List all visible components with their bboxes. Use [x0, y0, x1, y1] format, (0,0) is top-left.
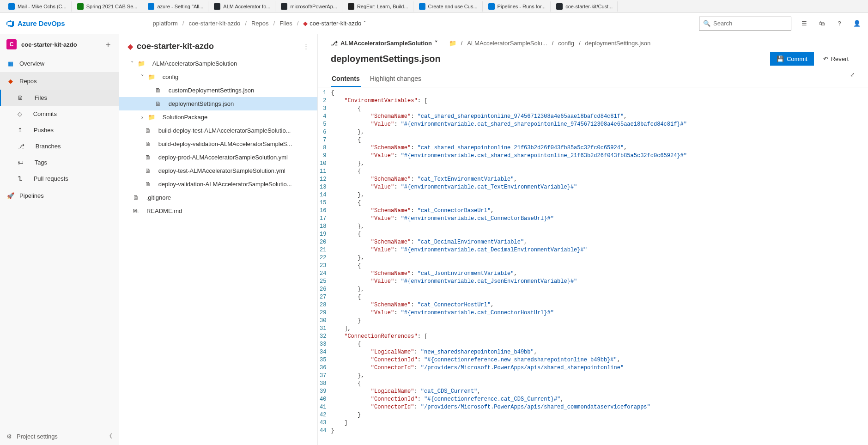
nav-pull-requests[interactable]: ⇅ Pull requests — [0, 171, 119, 187]
tree-file[interactable]: 🗎 build-deploy-test-ALMAcceleratorSample… — [119, 124, 317, 137]
top-bar: Azure DevOps pplatform/coe-starter-kit-a… — [0, 13, 868, 34]
browser-tabs-bar: Mail - Mike Ochs (C...Spring 2021 CAB Se… — [0, 0, 868, 13]
commit-button[interactable]: 💾 Commit — [770, 52, 814, 66]
breadcrumb-item[interactable]: Files — [279, 20, 292, 27]
branch-selector[interactable]: ⎇ ALMAcceleratorSampleSolution ˅ — [331, 40, 438, 47]
tab-contents[interactable]: Contents — [331, 71, 361, 87]
revert-button[interactable]: ↶ Revert — [817, 52, 855, 66]
app-name: Azure DevOps — [18, 19, 65, 27]
browser-tab[interactable]: Mail - Mike Ochs (C... — [4, 1, 72, 12]
file-icon: 🗎 — [145, 154, 151, 161]
files-icon: 🗎 — [18, 94, 24, 101]
nav-tags[interactable]: 🏷 Tags — [0, 154, 119, 171]
new-item-button[interactable]: ＋ — [104, 39, 112, 50]
favicon-icon — [556, 3, 563, 10]
favicon-icon — [214, 3, 220, 10]
folder-root-icon[interactable]: 📁 — [449, 40, 456, 47]
nav-pushes[interactable]: ↥ Pushes — [0, 122, 119, 138]
azure-icon — [6, 20, 14, 27]
favicon-icon — [348, 3, 354, 10]
breadcrumb-item[interactable]: ◆coe-starter-kit-azdo ˅ — [303, 20, 366, 27]
code-content[interactable]: { "EnvironmentVariables": [ { "SchemaNam… — [331, 87, 687, 445]
tree-file[interactable]: 🗎 deploy-validation-ALMAcceleratorSample… — [119, 177, 317, 191]
tree-file-selected[interactable]: 🗎 deploymentSettings.json — [119, 97, 317, 110]
nav-repos[interactable]: ◆ Repos — [0, 72, 119, 90]
chevron-right-icon: › — [140, 114, 145, 121]
gear-icon: ⚙ — [6, 433, 12, 440]
pr-icon: ⇅ — [18, 175, 23, 182]
chevron-down-icon: ˅ — [363, 20, 366, 27]
explorer-header[interactable]: ◆ coe-starter-kit-azdo ⋮ — [119, 36, 317, 57]
file-icon: 🗎 — [145, 127, 151, 134]
breadcrumb-item[interactable]: coe-starter-kit-azdo — [188, 20, 240, 27]
favicon-icon — [8, 3, 15, 10]
more-icon[interactable]: ⋮ — [303, 43, 309, 50]
folder-icon: 📁 — [148, 73, 155, 80]
project-settings[interactable]: ⚙ Project settings 《 — [0, 427, 119, 445]
browser-tab[interactable]: azure - Setting "All... — [143, 1, 208, 12]
tree-folder[interactable]: ›📁 SolutionPackage — [119, 110, 317, 124]
breadcrumb-item[interactable]: pplatform — [153, 20, 178, 27]
nav-pipelines[interactable]: 🚀 Pipelines — [0, 187, 119, 204]
file-icon: 🗎 — [145, 181, 151, 188]
favicon-icon — [488, 3, 495, 10]
folder-icon: 📁 — [148, 114, 155, 121]
marketplace-icon[interactable]: 🛍 — [817, 19, 826, 28]
chevron-down-icon: ˅ — [140, 73, 145, 80]
search-box[interactable]: 🔍 — [699, 17, 791, 30]
tree-file[interactable]: 🗎 customDeploymentSettings.json — [119, 84, 317, 97]
browser-tab[interactable]: ALM Accelerator fo... — [209, 1, 275, 12]
commits-icon: ◇ — [18, 110, 22, 117]
nav-files[interactable]: 🗎 Files — [0, 90, 119, 106]
tree-file[interactable]: 🗎 .gitignore — [119, 191, 317, 204]
browser-tab[interactable]: Spring 2021 CAB Se... — [73, 1, 143, 12]
azure-devops-logo[interactable]: Azure DevOps — [6, 19, 65, 27]
top-right-tools: 🔍 ☰ 🛍 ? 👤 — [699, 17, 862, 30]
favicon-icon — [419, 3, 425, 10]
breadcrumb-item[interactable]: Repos — [251, 20, 269, 27]
project-header[interactable]: C coe-starter-kit-azdo ＋ — [0, 34, 119, 55]
folder-icon: 📁 — [138, 60, 145, 67]
content-panel: ⎇ ALMAcceleratorSampleSolution ˅ 📁 / ALM… — [318, 34, 868, 445]
tree-file[interactable]: 🗎 build-deploy-validation-ALMAccelerator… — [119, 137, 317, 151]
tree-file[interactable]: 🗎 deploy-prod-ALMAcceleratorSampleSoluti… — [119, 151, 317, 164]
save-icon: 💾 — [777, 55, 784, 62]
line-numbers: 1234567891011121314151617181920212223242… — [318, 87, 331, 445]
browser-tab[interactable]: Pipelines - Runs for... — [484, 1, 551, 12]
sidebar: C coe-starter-kit-azdo ＋ ▦ Overview ◆ Re… — [0, 34, 119, 445]
tree-file[interactable]: M↓ README.md — [119, 204, 317, 218]
nav-commits[interactable]: ◇ Commits — [0, 106, 119, 122]
help-icon[interactable]: ? — [835, 19, 844, 28]
file-icon: 🗎 — [155, 87, 161, 94]
browser-tab[interactable]: microsoft/PowerAp... — [276, 1, 342, 12]
user-settings-icon[interactable]: 👤 — [852, 19, 862, 28]
file-icon: 🗎 — [133, 194, 139, 201]
browser-tab[interactable]: RegExr: Learn, Build... — [343, 1, 413, 12]
list-icon[interactable]: ☰ — [800, 19, 809, 28]
pushes-icon: ↥ — [18, 127, 23, 134]
fullscreen-icon[interactable]: ⤢ — [850, 71, 855, 87]
file-icon: 🗎 — [145, 140, 151, 147]
file-icon: 🗎 — [155, 100, 161, 107]
path-crumb[interactable]: config — [558, 40, 574, 47]
path-crumb[interactable]: deploymentSettings.json — [585, 40, 651, 47]
path-crumb[interactable]: ALMAcceleratorSampleSolu... — [467, 40, 547, 47]
markdown-icon: M↓ — [133, 208, 139, 213]
favicon-icon — [281, 3, 287, 10]
tab-highlight-changes[interactable]: Highlight changes — [369, 71, 422, 87]
browser-tab[interactable]: Create and use Cus... — [414, 1, 483, 12]
tree-file[interactable]: 🗎 deploy-test-ALMAcceleratorSampleSoluti… — [119, 164, 317, 177]
collapse-sidebar-icon[interactable]: 《 — [106, 432, 112, 440]
tree-folder[interactable]: ˅📁 ALMAcceleratorSampleSolution — [119, 57, 317, 70]
favicon-icon — [148, 3, 154, 10]
nav-overview[interactable]: ▦ Overview — [0, 55, 119, 72]
pipelines-icon: 🚀 — [6, 191, 15, 200]
browser-tab[interactable]: coe-starter-kit/Cust... — [552, 1, 618, 12]
project-badge: C — [6, 39, 17, 49]
code-editor[interactable]: 1234567891011121314151617181920212223242… — [318, 87, 868, 445]
nav-branches[interactable]: ⎇ Branches — [0, 138, 119, 154]
tree-folder[interactable]: ˅📁 config — [119, 70, 317, 84]
search-icon: 🔍 — [703, 20, 710, 27]
chevron-down-icon: ˅ — [129, 60, 135, 67]
search-input[interactable] — [713, 20, 791, 27]
